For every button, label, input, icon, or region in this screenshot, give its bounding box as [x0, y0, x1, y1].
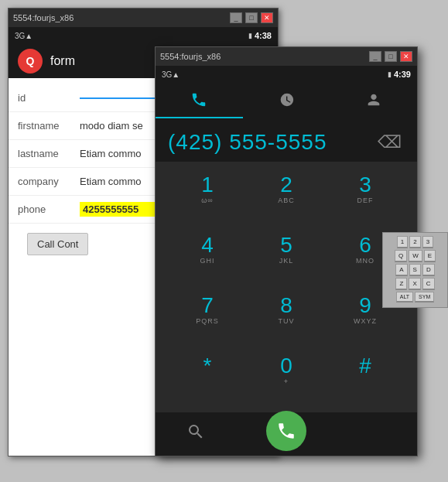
keypad: 1 ω∞ 2 ABC 3 DEF 4 GHI 5: [156, 162, 417, 412]
minimize-button[interactable]: _: [230, 12, 242, 23]
status-bar-back: 3G▲ ▮ 4:38: [9, 27, 278, 44]
dialer-tabs: [156, 83, 417, 120]
front-minimize-button[interactable]: _: [369, 51, 381, 62]
kb-key-z[interactable]: Z: [395, 278, 407, 290]
kb-key-a[interactable]: A: [395, 264, 407, 276]
key-1[interactable]: 1 ω∞: [180, 168, 235, 211]
front-maximize-button[interactable]: □: [385, 51, 397, 62]
status-icons-back: ▮ 4:38: [248, 31, 272, 40]
kb-key-x[interactable]: X: [409, 278, 420, 290]
front-window-title: 5554:fourjs_x86: [160, 52, 221, 61]
dialer-screen: 3G▲ ▮ 4:39 (425) 555-5555 ⌫: [156, 66, 417, 456]
backspace-button[interactable]: ⌫: [374, 129, 405, 156]
key-3[interactable]: 3 DEF: [337, 168, 393, 211]
key-5[interactable]: 5 JKL: [258, 228, 314, 272]
back-window-title: 5554:fourjs_x86: [13, 13, 74, 22]
label-company: company: [18, 176, 80, 187]
status-bar-front: 3G▲ ▮ 4:39: [156, 66, 417, 83]
kb-row-qwe: Q W E: [386, 250, 444, 262]
key-0[interactable]: 0 +: [258, 349, 314, 392]
signal-icon-back: 3G▲: [15, 32, 32, 40]
close-button[interactable]: ✕: [261, 12, 273, 23]
status-left-front: 3G▲: [162, 70, 385, 79]
kb-key-e[interactable]: E: [424, 250, 436, 262]
phone-display: (425) 555-5555 ⌫: [156, 120, 417, 162]
kb-sym-key[interactable]: SYM: [415, 292, 434, 303]
dialer-search-icon[interactable]: [186, 422, 205, 446]
kb-row-zxc: Z X C: [386, 278, 444, 290]
kb-alt-key[interactable]: ALT: [396, 292, 413, 303]
kb-key-s[interactable]: S: [409, 264, 421, 276]
tab-contacts[interactable]: [330, 83, 417, 118]
keypad-row-4: * 0 + #: [168, 349, 405, 406]
keypad-row-3: 7 PQRS 8 TUV 9 WXYZ: [168, 289, 405, 346]
maximize-button[interactable]: □: [245, 12, 258, 23]
key-star[interactable]: *: [180, 349, 235, 392]
battery-icon-back: ▮: [248, 32, 252, 39]
label-firstname: firstname: [18, 120, 80, 132]
front-close-button[interactable]: ✕: [400, 51, 412, 62]
label-id: id: [18, 92, 80, 104]
dialer-bottom: [156, 412, 417, 456]
time-front: 4:39: [394, 70, 411, 79]
label-phone: phone: [18, 203, 80, 215]
kb-row-alt: ALT SYM: [386, 292, 444, 303]
key-hash[interactable]: #: [337, 349, 393, 392]
time-back: 4:38: [255, 31, 272, 40]
app-icon-text: Q: [26, 55, 35, 67]
keypad-row-2: 4 GHI 5 JKL 6 MNO: [168, 228, 405, 285]
status-icons-front: ▮ 4:39: [388, 70, 411, 79]
battery-icon-front: ▮: [388, 70, 392, 78]
front-window-controls: _ □ ✕: [369, 51, 412, 62]
tab-recents[interactable]: [243, 83, 330, 118]
kb-key-2[interactable]: 2: [409, 236, 420, 248]
key-2[interactable]: 2 ABC: [258, 168, 314, 211]
tab-phone[interactable]: [156, 83, 243, 118]
kb-key-1[interactable]: 1: [397, 236, 408, 248]
front-title-bar: 5554:fourjs_x86 _ □ ✕: [156, 47, 417, 66]
app-icon: Q: [18, 49, 43, 73]
kb-key-3[interactable]: 3: [422, 236, 433, 248]
back-window-controls: _ □ ✕: [230, 12, 273, 23]
kb-key-d[interactable]: D: [422, 264, 435, 276]
key-7[interactable]: 7 PQRS: [180, 289, 235, 332]
status-left: 3G▲: [15, 32, 245, 40]
phone-number: (425) 555-5555: [168, 130, 327, 155]
kb-row-asd: A S D: [386, 264, 444, 276]
kb-key-w[interactable]: W: [409, 250, 422, 262]
key-8[interactable]: 8 TUV: [258, 289, 314, 332]
back-title-bar: 5554:fourjs_x86 _ □ ✕: [9, 9, 278, 27]
call-fab-button[interactable]: [266, 411, 306, 451]
signal-icon-front: 3G▲: [162, 70, 180, 79]
front-window: 5554:fourjs_x86 _ □ ✕ 3G▲ ▮ 4:39: [155, 46, 418, 456]
kb-row-numbers: 1 2 3: [386, 236, 444, 248]
hardware-keyboard: 1 2 3 Q W E A S D Z X C ALT SYM: [382, 232, 448, 308]
kb-key-q[interactable]: Q: [395, 250, 407, 262]
call-cont-button[interactable]: Call Cont: [27, 233, 88, 255]
label-lastname: lastname: [18, 148, 80, 159]
key-4[interactable]: 4 GHI: [180, 228, 235, 272]
kb-key-c[interactable]: C: [422, 278, 435, 290]
keypad-row-1: 1 ω∞ 2 ABC 3 DEF: [168, 168, 405, 225]
